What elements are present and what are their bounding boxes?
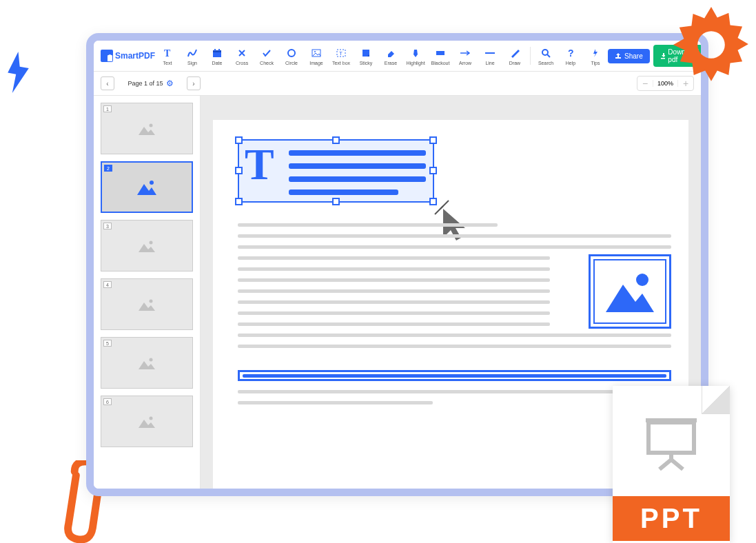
next-page-button[interactable]: › [187, 76, 201, 90]
svg-rect-28 [646, 418, 697, 422]
presentation-icon [640, 410, 702, 472]
tool-tips[interactable]: Tips [583, 42, 608, 70]
image-icon [137, 238, 156, 254]
text-glyph-icon: T [245, 139, 274, 190]
svg-point-5 [288, 50, 295, 57]
svg-rect-2 [213, 50, 221, 52]
tool-arrow[interactable]: Arrow [453, 42, 478, 70]
tool-check[interactable]: Check [254, 42, 279, 70]
image-icon [602, 267, 657, 316]
thumbnail-1[interactable]: 1 [101, 103, 193, 154]
share-icon [615, 52, 622, 59]
tool-erase[interactable]: Erase [378, 42, 403, 70]
svg-point-19 [150, 181, 154, 185]
thumbnail-2[interactable]: 2 [101, 161, 193, 213]
tool-textbox[interactable]: TText box [329, 42, 354, 70]
titlebar: SmartPDF TText Sign Date Cross Check Cir… [94, 41, 701, 72]
tool-sign[interactable]: Sign [180, 42, 205, 70]
thumbnail-3[interactable]: 3 [101, 220, 193, 272]
svg-line-31 [671, 460, 683, 469]
resize-handle[interactable] [235, 136, 243, 144]
tool-cross[interactable]: Cross [229, 42, 254, 70]
svg-line-25 [440, 201, 449, 209]
image-icon [136, 178, 158, 196]
bolt-deco-icon [3, 52, 34, 93]
svg-point-23 [150, 416, 153, 420]
tool-blackout[interactable]: Blackout [428, 42, 453, 70]
image-icon [137, 414, 156, 429]
thumbnail-4[interactable]: 4 [101, 278, 193, 330]
selected-line[interactable] [238, 370, 671, 381]
image-icon [137, 297, 156, 312]
page-indicator: Page 1 of 15 ⚙ [120, 79, 181, 88]
resize-handle[interactable] [429, 136, 437, 144]
prev-page-button[interactable]: ‹ [101, 76, 114, 90]
svg-text:T: T [164, 48, 171, 58]
navbar: ‹ Page 1 of 15 ⚙ › − 100% + [94, 72, 701, 96]
thumbnail-5[interactable]: 5 [101, 337, 193, 389]
tool-draw[interactable]: Draw [502, 42, 527, 70]
svg-point-13 [542, 50, 548, 55]
image-icon [137, 121, 156, 136]
logo-icon [101, 50, 113, 62]
svg-rect-11 [436, 51, 445, 55]
svg-rect-27 [648, 422, 694, 453]
image-icon [137, 356, 156, 371]
app-logo: SmartPDF [101, 50, 155, 62]
resize-handle[interactable] [235, 198, 243, 205]
resize-handle[interactable] [235, 167, 243, 174]
ppt-label: PPT [613, 496, 730, 541]
ppt-file-icon: PPT [613, 386, 730, 543]
svg-rect-16 [615, 57, 621, 59]
thumbnails-sidebar: 1 2 3 4 5 6 [94, 96, 201, 489]
selected-textbox[interactable]: T [238, 139, 434, 203]
zoom-out-button[interactable]: − [637, 78, 653, 89]
svg-line-30 [660, 460, 671, 469]
thumbnail-6[interactable]: 6 [101, 396, 193, 447]
gear-deco-icon [673, 7, 749, 83]
download-icon [660, 52, 666, 59]
tool-search[interactable]: Search [533, 42, 558, 70]
svg-point-22 [150, 358, 153, 361]
svg-point-21 [150, 299, 153, 303]
tool-circle[interactable]: Circle [279, 42, 304, 70]
svg-rect-3 [214, 49, 216, 51]
tool-sticky[interactable]: Sticky [354, 42, 378, 70]
tool-date[interactable]: Date [205, 42, 229, 70]
svg-point-26 [636, 274, 648, 286]
page-settings-icon[interactable]: ⚙ [166, 79, 174, 88]
app-name: SmartPDF [115, 51, 155, 61]
svg-text:T: T [339, 50, 343, 57]
tool-line[interactable]: Line [478, 42, 502, 70]
svg-line-14 [547, 54, 550, 57]
svg-point-20 [150, 240, 153, 244]
share-button[interactable]: Share [608, 49, 650, 63]
svg-point-18 [150, 123, 153, 127]
image-placeholder[interactable] [589, 254, 671, 329]
svg-text:?: ? [568, 48, 574, 58]
tool-highlight[interactable]: Highlight [403, 42, 428, 70]
resize-handle[interactable] [332, 198, 340, 205]
tool-image[interactable]: Image [304, 42, 329, 70]
paragraph-block [238, 390, 671, 412]
svg-rect-4 [218, 49, 220, 51]
svg-point-7 [314, 51, 316, 52]
resize-handle[interactable] [332, 136, 340, 144]
tool-text[interactable]: TText [155, 42, 180, 70]
tool-help[interactable]: ?Help [558, 42, 583, 70]
share-label: Share [624, 52, 643, 60]
svg-rect-17 [661, 58, 666, 59]
toolbar: TText Sign Date Cross Check Circle Image… [155, 42, 608, 70]
resize-handle[interactable] [429, 167, 437, 174]
